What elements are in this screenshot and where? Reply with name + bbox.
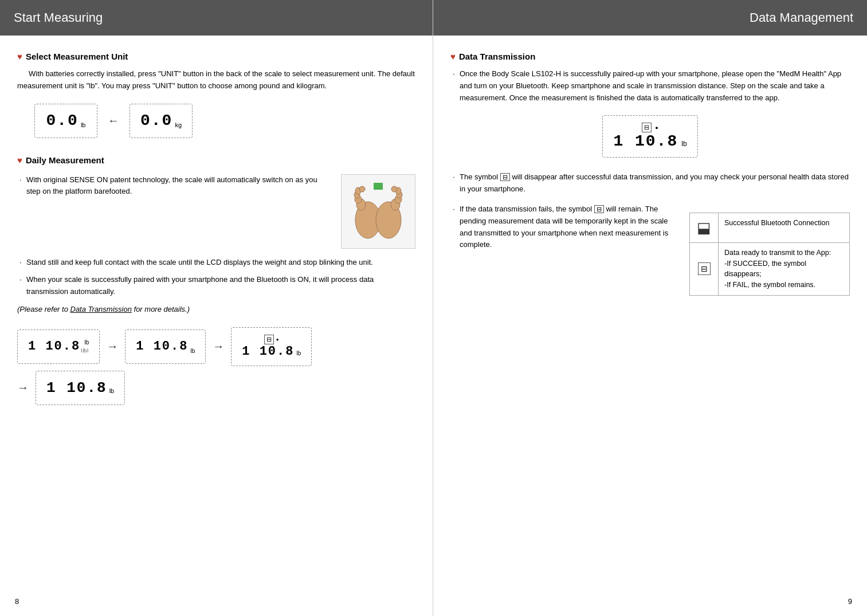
- arrow-1: ←: [108, 114, 119, 127]
- final-display-row: → 1 10.8 lb: [17, 371, 415, 405]
- select-unit-heading: ♥ Select Measurement Unit: [17, 52, 415, 61]
- seq-display-4: 1 10.8 lb: [36, 371, 125, 405]
- seq-display-2: 1 10.8 lb: [125, 329, 206, 364]
- feet-image: [341, 174, 415, 249]
- left-header: Start Measuring: [0, 0, 433, 36]
- daily-content: With original SENSE ON patent technology…: [17, 174, 415, 249]
- right-title: Data Management: [750, 10, 853, 25]
- daily-italic: (Please refer to Data Transmission for m…: [17, 304, 415, 316]
- transmission-sequence: 1 10.8 lb ⌇lb⌇ → 1 10.8 lb → ⊟ ●: [17, 327, 415, 366]
- select-unit-body: With batteries correctly installed, pres…: [17, 68, 415, 92]
- bt-row-1: ⬓ Successful Bluetooth Connection: [690, 213, 849, 243]
- left-title: Start Measuring: [14, 10, 103, 25]
- kg-display: 0.0 kg: [130, 104, 193, 138]
- daily-bullet-1: With original SENSE ON patent technology…: [17, 174, 329, 198]
- bt-icon-cell: ⬓: [690, 213, 719, 242]
- data-transmission-bullet3: If the data transmission fails, the symb…: [450, 203, 678, 251]
- page-number-right: 9: [848, 597, 852, 606]
- bluetooth-info-table: ⬓ Successful Bluetooth Connection ⊟ Data…: [689, 213, 850, 296]
- bt-success-text: Successful Bluetooth Connection: [719, 213, 849, 242]
- seq-display-1: 1 10.8 lb ⌇lb⌇: [17, 329, 100, 364]
- seq-arrow-2: →: [213, 340, 224, 353]
- right-page: Data Management ♥ Data Transmission Once…: [433, 0, 867, 616]
- data-transmission-link[interactable]: Data Transmission: [70, 305, 132, 313]
- page-number-left: 8: [15, 597, 19, 606]
- data-transmission-bullet1: Once the Body Scale LS102-H is successfu…: [450, 68, 850, 104]
- data-icon-cell: ⊟: [690, 243, 719, 295]
- daily-bullet-2: Stand still and keep full contact with t…: [17, 257, 415, 269]
- seq-arrow-1: →: [107, 340, 118, 353]
- daily-section-container: ♥ Daily Measurement With original SENSE …: [17, 155, 415, 316]
- daily-heading: ♥ Daily Measurement: [17, 155, 415, 165]
- daily-bullet-3: When your scale is successfully paired w…: [17, 274, 415, 298]
- unit-display-row: 0.0 lb ← 0.0 kg: [34, 104, 415, 138]
- right-header: Data Management: [433, 0, 867, 36]
- lb-display: 0.0 lb: [34, 104, 97, 138]
- svg-point-11: [391, 186, 397, 192]
- data-transmission-heading: ♥ Data Transmission: [450, 52, 850, 61]
- heart-icon-1: ♥: [17, 52, 22, 61]
- central-display-container: ⊟ ● 1 10.8 lb: [450, 115, 850, 158]
- seq-arrow-3: →: [17, 381, 29, 394]
- seq-display-3: ⊟ ● 1 10.8 lb: [231, 327, 312, 366]
- bullet3-bt-container: If the data transmission fails, the symb…: [450, 203, 850, 296]
- bt-data-text: Data ready to transmit to the App: -If S…: [719, 243, 849, 295]
- symbol-disappear: ⊟: [500, 173, 510, 181]
- heart-icon-3: ♥: [450, 52, 456, 61]
- bt-row-2: ⊟ Data ready to transmit to the App: -If…: [690, 243, 849, 295]
- bluetooth-icon: ⬓: [697, 219, 711, 237]
- central-lcd: ⊟ ● 1 10.8 lb: [602, 115, 697, 158]
- left-page: Start Measuring ♥ Select Measurement Uni…: [0, 0, 433, 616]
- svg-point-5: [359, 186, 365, 192]
- symbol-fail: ⊟: [594, 205, 604, 213]
- heart-icon-2: ♥: [17, 155, 22, 165]
- data-transmission-bullet2: The symbol ⊟ will disappear after succes…: [450, 171, 850, 195]
- data-symbol-icon: ⊟: [698, 262, 711, 275]
- led-green: [374, 183, 383, 190]
